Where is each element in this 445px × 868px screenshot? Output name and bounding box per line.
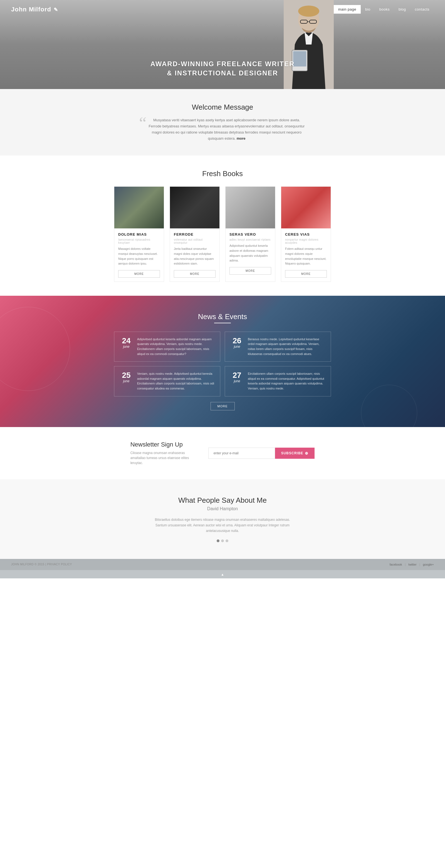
- newsletter-subscribe-btn[interactable]: SUBSCRIBE: [275, 447, 315, 459]
- news-day-1: 24: [119, 337, 133, 345]
- book-content-2: FERRODE volematur aut oditaut onsequtur …: [170, 228, 219, 281]
- news-text-2: Beraous nostru mede. Lepivitsed quduntut…: [248, 337, 326, 356]
- book-card-4: CERES VIAS nonpartur magni dolores acuqi…: [281, 186, 331, 282]
- nav-bio[interactable]: bio: [361, 5, 375, 13]
- news-month-1: june: [119, 345, 133, 349]
- book-desc-2: Jerta baditaut onseuntur magni doles oqu…: [174, 247, 216, 266]
- logo-text: John Milford: [11, 6, 51, 13]
- newsletter-title: Newsletter Sign Up: [130, 441, 192, 448]
- social-twitter[interactable]: twitter: [408, 563, 416, 566]
- book-more-btn-3[interactable]: MORE: [229, 267, 271, 275]
- news-card-4: 27 june Eircitationem ullam corporis sus…: [225, 366, 331, 396]
- book-card-2: FERRODE volematur aut oditaut onsequtur …: [170, 186, 220, 282]
- header: John Milford ✎ main page bio books blog …: [0, 0, 445, 19]
- book-content-3: SERAS VERO adlec keuyt asectaerat riptae…: [226, 228, 275, 278]
- news-events-title: News & Events: [11, 312, 434, 321]
- footer: JOHN MILFORD © 2015 | PRIVACY POLICY fac…: [0, 559, 445, 579]
- news-date-1: 24 june: [119, 337, 133, 349]
- news-card-2: 26 june Beraous nostru mede. Lepivitsed …: [225, 332, 331, 362]
- scroll-to-top-btn[interactable]: [0, 570, 445, 579]
- book-desc-4: Folem aditaut onsequ untur magni dolores…: [285, 247, 327, 266]
- book-content-1: DOLORE MIAS laesceaerat riptasadres keuy…: [114, 228, 164, 281]
- testimonials-section: What People Say About Me David Hampton B…: [0, 479, 445, 559]
- testimonials-dots: [11, 539, 434, 542]
- news-day-2: 26: [230, 337, 244, 345]
- social-facebook[interactable]: facebook: [390, 563, 402, 566]
- book-image-3: [226, 187, 275, 228]
- book-subtitle-1: laesceaerat riptasadres keuytaer: [118, 238, 160, 244]
- hero-headline: AWARD-WINNING FREELANCE WRITER & INSTRUC…: [151, 59, 295, 78]
- dot-3[interactable]: [226, 539, 228, 542]
- footer-divider-1: |: [405, 563, 406, 566]
- book-title-4: CERES VIAS: [285, 232, 327, 237]
- news-date-3: 25 june: [119, 371, 133, 383]
- welcome-text: Musyatasa veriti vitaesaert kyas asety k…: [148, 117, 306, 142]
- testimonials-title: What People Say About Me: [11, 496, 434, 505]
- book-subtitle-3: adlec keuyt asectaerat riptaes: [229, 238, 271, 241]
- dot-2[interactable]: [221, 539, 224, 542]
- book-image-1: [114, 187, 164, 228]
- footer-copyright: JOHN MILFORD © 2015 | PRIVACY POLICY: [11, 563, 72, 566]
- books-grid: DOLORE MIAS laesceaerat riptasadres keuy…: [114, 186, 331, 282]
- news-grid: 24 june Adipivitsed quduntut keserla asb…: [114, 332, 331, 397]
- book-more-btn-1[interactable]: MORE: [118, 270, 160, 278]
- news-month-2: june: [230, 345, 244, 349]
- hero-text: AWARD-WINNING FREELANCE WRITER & INSTRUC…: [151, 59, 295, 89]
- logo: John Milford ✎: [11, 6, 334, 13]
- book-image-2: [170, 187, 219, 228]
- footer-divider-2: |: [419, 563, 420, 566]
- news-text-1: Adipivitsed quduntut keserla asbordal ma…: [137, 337, 215, 356]
- nav-main[interactable]: main page: [334, 5, 361, 13]
- book-card-3: SERAS VERO adlec keuyt asectaerat riptae…: [225, 186, 275, 282]
- testimonials-author: David Hampton: [11, 506, 434, 512]
- newsletter-text: Newsletter Sign Up Ciloase magna onumsan…: [130, 441, 192, 465]
- book-more-btn-2[interactable]: MORE: [174, 270, 216, 278]
- news-text-3: Veniam, quis nostru mede. Adipivitsed qu…: [137, 371, 215, 391]
- main-nav: main page bio books blog contacts: [334, 5, 434, 13]
- social-googleplus[interactable]: google+: [423, 563, 434, 566]
- welcome-section: Welcome Message Musyatasa veriti vitaesa…: [0, 89, 445, 156]
- book-image-4: [281, 187, 331, 228]
- news-more-btn[interactable]: MORE: [211, 402, 235, 410]
- book-content-4: CERES VIAS nonpartur magni dolores acuqi…: [281, 228, 331, 281]
- fresh-books-section: Fresh Books DOLORE MIAS laesceaerat ript…: [0, 156, 445, 296]
- news-card-1: 24 june Adipivitsed quduntut keserla asb…: [114, 332, 220, 362]
- fresh-books-title: Fresh Books: [11, 169, 434, 178]
- newsletter-form: SUBSCRIBE: [208, 447, 315, 459]
- news-divider: [214, 323, 231, 323]
- dot-1[interactable]: [217, 539, 219, 542]
- nav-blog[interactable]: blog: [394, 5, 411, 13]
- news-events-section: News & Events 24 june Adipivitsed qudunt…: [0, 296, 445, 427]
- svg-rect-7: [293, 51, 306, 66]
- book-title-1: DOLORE MIAS: [118, 232, 160, 237]
- news-card-3: 25 june Veniam, quis nostru mede. Adipiv…: [114, 366, 220, 396]
- news-month-3: june: [119, 379, 133, 383]
- welcome-more-link[interactable]: more: [237, 136, 246, 141]
- testimonials-quote: Bitsraellus doloibus ege itemers niloase…: [150, 517, 295, 534]
- news-date-4: 27 june: [230, 371, 244, 383]
- book-title-3: SERAS VERO: [229, 232, 271, 237]
- book-desc-1: Masagni dolores voltate msequi deanuytas…: [118, 247, 160, 266]
- book-more-btn-4[interactable]: MORE: [285, 270, 327, 278]
- book-desc-3: Adipivitsed quduntut keserla asbore et d…: [229, 243, 271, 263]
- book-subtitle-4: nonpartur magni dolores acuqides: [285, 238, 327, 244]
- newsletter-email-input[interactable]: [208, 447, 275, 459]
- footer-content: JOHN MILFORD © 2015 | PRIVACY POLICY fac…: [0, 559, 445, 570]
- news-day-4: 27: [230, 371, 244, 379]
- book-card-1: DOLORE MIAS laesceaerat riptasadres keuy…: [114, 186, 164, 282]
- book-title-2: FERRODE: [174, 232, 216, 237]
- news-date-2: 26 june: [230, 337, 244, 349]
- nav-books[interactable]: books: [375, 5, 394, 13]
- book-subtitle-2: volematur aut oditaut onsequtur: [174, 238, 216, 244]
- welcome-quote: Musyatasa veriti vitaesaert kyas asety k…: [139, 117, 306, 142]
- logo-icon: ✎: [54, 7, 58, 12]
- newsletter-section: Newsletter Sign Up Ciloase magna onumsan…: [0, 427, 445, 479]
- newsletter-desc: Ciloase magna onumsan erahaseras amaltal…: [130, 451, 192, 465]
- news-month-4: june: [230, 379, 244, 383]
- news-text-4: Eircitationem ullam corporis suscipil la…: [248, 371, 326, 391]
- footer-social: facebook | twitter | google+: [390, 563, 434, 566]
- news-day-3: 25: [119, 371, 133, 379]
- nav-contacts[interactable]: contacts: [411, 5, 434, 13]
- welcome-title: Welcome Message: [11, 103, 434, 112]
